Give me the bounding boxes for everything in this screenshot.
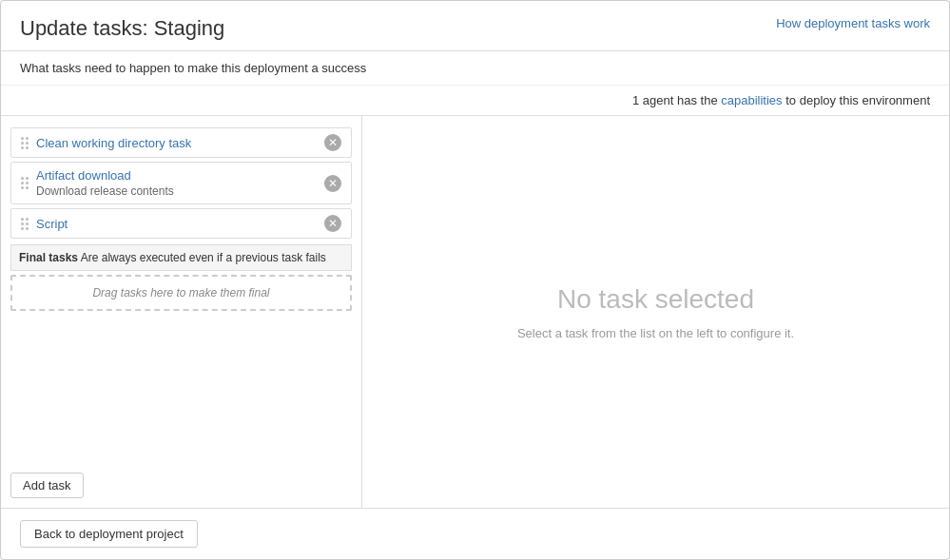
subtitle-bar: What tasks need to happen to make this d… — [1, 51, 949, 86]
footer: Back to deployment project — [1, 508, 949, 559]
no-task-title: No task selected — [557, 284, 754, 315]
final-tasks-label: Final tasks — [19, 251, 78, 264]
help-link[interactable]: How deployment tasks work — [776, 16, 930, 30]
agent-suffix: to deploy this environment — [785, 93, 930, 107]
remove-clean-button[interactable]: ✕ — [324, 134, 341, 151]
task-info-script: Script — [36, 217, 324, 231]
final-tasks-header: Final tasks Are always executed even if … — [10, 244, 352, 271]
drag-handle-clean[interactable] — [21, 137, 29, 149]
capabilities-link[interactable]: capabilities — [721, 93, 782, 107]
drop-hint-text: Drag tasks here to make them final — [92, 286, 269, 299]
agent-bar: 1 agent has the capabilities to deploy t… — [1, 86, 949, 116]
back-button[interactable]: Back to deployment project — [20, 520, 198, 548]
task-name-script: Script — [36, 217, 324, 231]
subtitle-text: What tasks need to happen to make this d… — [20, 61, 366, 75]
task-item-clean[interactable]: Clean working directory task ✕ — [10, 127, 352, 158]
add-task-area: Add task — [1, 463, 361, 508]
left-panel: Clean working directory task ✕ Artifact … — [1, 116, 362, 508]
final-tasks-drop-zone: Drag tasks here to make them final — [10, 275, 352, 311]
task-desc-artifact: Download release contents — [36, 184, 324, 198]
task-item-script[interactable]: Script ✕ — [10, 208, 352, 239]
page-title: Update tasks: Staging — [20, 16, 224, 41]
remove-script-button[interactable]: ✕ — [324, 215, 341, 232]
final-tasks-description: Are always executed even if a previous t… — [81, 251, 326, 264]
add-task-button[interactable]: Add task — [10, 473, 84, 498]
task-list: Clean working directory task ✕ Artifact … — [1, 116, 361, 463]
task-name-clean: Clean working directory task — [36, 136, 324, 150]
right-panel: No task selected Select a task from the … — [362, 116, 949, 508]
drag-handle-script[interactable] — [21, 218, 29, 230]
content-area: Clean working directory task ✕ Artifact … — [1, 116, 949, 508]
task-name-artifact: Artifact download — [36, 168, 324, 183]
task-item-artifact[interactable]: Artifact download Download release conte… — [10, 162, 352, 204]
remove-artifact-button[interactable]: ✕ — [324, 175, 341, 192]
header: Update tasks: Staging How deployment tas… — [1, 1, 949, 51]
agent-prefix: 1 agent has the — [632, 93, 718, 107]
task-info-clean: Clean working directory task — [36, 136, 324, 150]
drag-handle-artifact[interactable] — [21, 177, 29, 189]
task-info-artifact: Artifact download Download release conte… — [36, 168, 324, 198]
page-container: Update tasks: Staging How deployment tas… — [0, 0, 950, 560]
no-task-description: Select a task from the list on the left … — [517, 326, 794, 340]
